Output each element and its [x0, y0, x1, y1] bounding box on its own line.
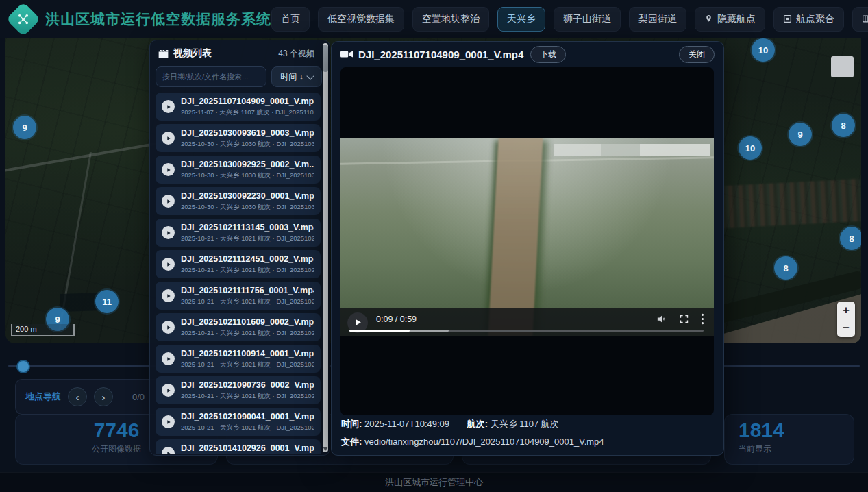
sort-label: 时间 ↓: [280, 71, 303, 83]
app-window: 911910910888 200 m + − 洪山区城市运行低空数据服务系统 首…: [0, 0, 868, 492]
video-player-modal: DJI_20251107104909_0001_V.mp4 下载 关闭 0:09…: [331, 41, 724, 456]
list-scrollbar[interactable]: [323, 43, 328, 452]
video-item-title: DJI_20251014102926_0001_V.mp4: [181, 443, 314, 453]
video-list-panel: 视频列表 43 个视频 时间 ↓ DJI_20251107104909_0001…: [149, 40, 330, 456]
nav-item-8[interactable]: 视频资源: [852, 7, 868, 32]
prev-location-button[interactable]: ‹: [68, 387, 87, 406]
video-item-meta: 2025-10-21 · 天兴乡 1021 航次 · DJI_202510211…: [181, 329, 314, 338]
footer-text: 洪山区城市运行管理中心: [385, 476, 483, 489]
cluster-icon: [783, 14, 792, 23]
video-list-item[interactable]: DJI_20251021090736_0002_V.mp4 2025-10-21…: [156, 376, 321, 404]
map-cluster-marker[interactable]: 8: [840, 227, 861, 250]
video-item-meta: 2025-10-21 · 天兴乡 1021 航次 · DJI_202510211…: [181, 266, 314, 275]
video-item-title: DJI_20251021111756_0001_V.mp4: [181, 286, 314, 295]
scrollbar-down-arrow[interactable]: [323, 447, 328, 451]
progress-played: [349, 330, 410, 332]
nav-item-3[interactable]: 天兴乡: [497, 7, 545, 32]
video-item-title: DJI_20251021113145_0003_V.mp4: [181, 223, 314, 232]
map-scale-bar: 200 m: [11, 324, 75, 336]
scrollbar-thumb[interactable]: [323, 45, 328, 72]
meta-flight-label: 航次:: [467, 419, 488, 429]
video-container: 0:09 / 0:59: [340, 67, 714, 415]
more-options-button[interactable]: [701, 313, 704, 325]
stat-card-current-shown: 1814 当前显示: [724, 414, 854, 465]
map-cluster-marker[interactable]: 10: [739, 136, 762, 160]
top-bar: 洪山区城市运行低空数据服务系统 首页 低空视觉数据集 空置地块整治 天兴乡 狮子…: [0, 0, 868, 38]
play-icon: [162, 258, 175, 271]
nav-item-6[interactable]: 隐藏航点: [695, 7, 765, 32]
fullscreen-button[interactable]: [679, 314, 689, 324]
video-list-title: 视频列表: [173, 47, 212, 60]
video-list-item[interactable]: DJI_20251021111756_0001_V.mp4 2025-10-21…: [156, 282, 321, 310]
time-slider-knob[interactable]: [16, 360, 30, 373]
zoom-out-button[interactable]: −: [837, 319, 855, 337]
nav-item-2[interactable]: 空置地块整治: [412, 7, 489, 32]
player-video-title: DJI_20251107104909_0001_V.mp4: [358, 49, 523, 60]
app-logo: [6, 1, 41, 36]
progress-bar[interactable]: [349, 330, 704, 332]
play-icon: [162, 195, 175, 208]
location-counter: 0/0: [132, 392, 145, 402]
time-display: 0:09 / 0:59: [376, 315, 417, 324]
controls-right: [656, 313, 704, 325]
nav-item-1[interactable]: 低空视觉数据集: [318, 7, 404, 32]
video-list-item[interactable]: DJI_20251107104909_0001_V.mp4 2025-11-07…: [156, 93, 321, 121]
video-item-title: DJI_20251021090736_0002_V.mp4: [181, 380, 314, 390]
video-item-meta: 2025-10-21 · 天兴乡 1021 航次 · DJI_202510210…: [181, 392, 314, 401]
nav-item-5[interactable]: 梨园街道: [629, 7, 686, 32]
video-count-badge: 43 个视频: [278, 48, 314, 60]
meta-time-value: 2025-11-07T10:49:09: [364, 419, 449, 429]
video-item-title: DJI_20251030092230_0001_V.mp4: [181, 191, 314, 201]
zoom-in-button[interactable]: +: [837, 302, 855, 319]
video-list-item[interactable]: DJI_20251030092925_0002_V.m... 2025-10-3…: [156, 156, 321, 184]
page-footer: 洪山区城市运行管理中心: [0, 472, 868, 492]
video-list-item[interactable]: DJI_20251021113145_0003_V.mp4 2025-10-21…: [156, 219, 321, 247]
video-list-item[interactable]: DJI_20251021090041_0001_V.mp4 2025-10-21…: [156, 408, 321, 436]
nav-item-0[interactable]: 首页: [271, 7, 310, 32]
video-list-item[interactable]: DJI_20251021112451_0002_V.mp4 2025-10-21…: [156, 250, 321, 278]
video-list-item[interactable]: DJI_20251021100914_0001_V.mp4 2025-10-21…: [156, 345, 321, 373]
sort-dropdown[interactable]: 时间 ↓: [271, 66, 322, 87]
video-list-item[interactable]: DJI_20251014102926_0001_V.mp4 2025-10-14…: [156, 439, 321, 454]
video-camera-icon: [340, 49, 353, 59]
video-frame[interactable]: 0:09 / 0:59: [340, 138, 714, 336]
aerial-dirt-strip: [488, 138, 544, 336]
map-cluster-marker[interactable]: 9: [13, 116, 36, 139]
video-item-meta: 2025-10-21 · 天兴乡 1021 航次 · DJI_202510210…: [181, 423, 314, 432]
volume-button[interactable]: [656, 313, 667, 325]
meta-flight-value: 天兴乡 1107 航次: [491, 419, 559, 429]
meta-line-2: 文件: vedio/tianxingzhou/1107/DJI_20251107…: [341, 433, 714, 451]
volume-icon: [656, 313, 667, 325]
map-cluster-marker[interactable]: 10: [752, 38, 775, 62]
meta-file-label: 文件:: [341, 436, 362, 447]
video-item-meta: 2025-10-30 · 天兴乡 1030 航次 · DJI_202510300…: [181, 203, 314, 212]
nav-item-7[interactable]: 航点聚合: [773, 7, 844, 32]
play-icon: [354, 318, 362, 327]
map-zoom-control: + −: [837, 302, 855, 337]
close-button[interactable]: 关闭: [679, 46, 715, 63]
map-cluster-marker[interactable]: 8: [832, 114, 855, 137]
play-icon: [162, 132, 175, 145]
video-search-input[interactable]: [156, 66, 266, 87]
map-cluster-marker[interactable]: 9: [789, 123, 812, 146]
next-location-button[interactable]: ›: [94, 387, 113, 406]
nav-item-4[interactable]: 狮子山街道: [554, 7, 621, 32]
video-list-toolbar: 时间 ↓: [150, 62, 330, 91]
video-controls: 0:09 / 0:59: [340, 308, 714, 336]
location-nav-label: 地点导航: [25, 391, 61, 403]
video-list-item[interactable]: DJI_20251021101609_0002_V.mp4 2025-10-21…: [156, 313, 321, 341]
pin-icon: [704, 14, 713, 23]
video-item-title: DJI_20251021100914_0001_V.mp4: [181, 349, 314, 358]
video-item-meta: 2025-10-21 · 天兴乡 1021 航次 · DJI_202510211…: [181, 297, 314, 306]
map-cluster-marker[interactable]: 8: [774, 256, 797, 280]
video-list-item[interactable]: DJI_20251030093619_0003_V.mp4 2025-10-30…: [156, 124, 321, 152]
download-button[interactable]: 下载: [530, 46, 566, 63]
meta-time-label: 时间:: [341, 419, 362, 429]
kebab-menu-icon: [701, 313, 704, 325]
video-list-item[interactable]: DJI_20251030092230_0001_V.mp4 2025-10-30…: [156, 187, 321, 215]
map-cluster-marker[interactable]: 11: [95, 290, 119, 313]
stat-value: 1814: [739, 419, 854, 442]
video-item-meta: 2025-10-21 · 天兴乡 1021 航次 · DJI_202510211…: [181, 360, 314, 369]
map-control-box[interactable]: [831, 56, 854, 77]
video-item-title: DJI_20251030092925_0002_V.m...: [181, 160, 314, 169]
